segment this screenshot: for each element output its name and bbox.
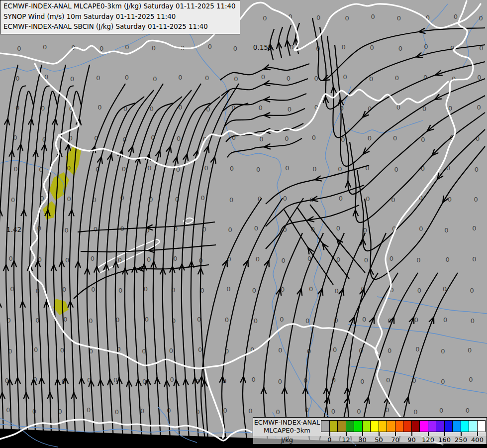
station-value: 0 [64, 226, 68, 234]
legend-color-swatch [321, 420, 330, 432]
station-value: 0 [468, 346, 472, 354]
station-value: 0 [147, 164, 151, 172]
station-value: 0 [204, 164, 208, 172]
legend-color-swatch [452, 420, 461, 432]
wind-arrowhead [436, 75, 442, 75]
station-value: 0 [393, 134, 397, 142]
station-value: 0 [96, 74, 100, 82]
station-value: 0 [254, 224, 258, 232]
legend-color-swatch [370, 420, 379, 432]
station-value: 0 [417, 287, 421, 294]
legend-tick-mark [329, 432, 330, 436]
station-value: 0 [230, 165, 234, 172]
station-value: 0 [65, 256, 69, 264]
station-value: 0 [43, 43, 47, 51]
station-value: 0 [125, 74, 129, 81]
station-value: 0 [357, 408, 361, 415]
station-value: 0 [338, 165, 342, 173]
legend-color-swatch [411, 420, 420, 432]
legend-tick-mark [428, 432, 429, 436]
wind-arrowhead [133, 146, 133, 153]
legend-tick-label: 12 [342, 436, 350, 444]
station-value: 0 [360, 378, 364, 385]
station-value: 0 [397, 14, 401, 22]
station-value: 0 [312, 165, 316, 173]
station-value: 0 [469, 376, 473, 383]
station-value: 0 [144, 285, 148, 293]
legend-tick-mark [444, 432, 445, 436]
legend-box: ECMWF-INDEX-ANAL MLCAPE0-3km J/kg 012305… [253, 417, 487, 445]
station-value: 0 [345, 14, 349, 22]
station-value: 0 [254, 317, 258, 325]
station-value: 0 [198, 346, 202, 353]
station-value: 0 [288, 106, 292, 113]
title-line-synop-wind: SYNOP Wind (m/s) 10m Saturday 01-11-2025… [3, 12, 237, 22]
station-value: 0 [63, 316, 67, 323]
station-value: 0 [229, 196, 233, 204]
station-value: 0 [331, 408, 335, 415]
station-value: 0 [395, 74, 399, 82]
station-value: 0 [441, 347, 445, 355]
legend-unit: J/kg [253, 436, 321, 444]
legend-upper-area: ECMWF-INDEX-ANAL MLCAPE0-3km [253, 418, 487, 436]
station-value: 0 [99, 45, 103, 52]
station-value: 0 [362, 316, 366, 323]
station-value: 0 [445, 256, 449, 263]
wind-arrowhead [208, 146, 209, 153]
station-value: 0 [261, 73, 265, 81]
station-value: 0 [386, 376, 390, 384]
station-value: 0 [475, 166, 479, 173]
station-value: 0 [248, 407, 252, 415]
station-value: 0 [276, 408, 280, 416]
station-value: 0 [421, 136, 425, 143]
station-value: 0 [153, 75, 157, 83]
legend-color-swatch [469, 420, 478, 432]
station-value: 0 [169, 347, 173, 354]
station-value: 0 [34, 346, 38, 353]
station-value: 0 [370, 44, 374, 51]
station-value: 0 [398, 45, 402, 52]
legend-titles: ECMWF-INDEX-ANAL MLCAPE0-3km [253, 419, 321, 435]
legend-color-swatch [387, 420, 395, 432]
wind-arrowhead [435, 99, 441, 100]
station-value: 0 [448, 196, 452, 203]
legend-tick-strip: J/kg 01230507090120160250400 [253, 436, 487, 444]
station-value: 0 [366, 195, 370, 203]
station-value: 0 [371, 13, 375, 20]
legend-tick-label: 70 [391, 436, 399, 444]
legend-color-swatch [362, 420, 371, 432]
station-value: 0 [177, 135, 181, 142]
station-value: 0 [343, 73, 347, 81]
station-value: 0 [388, 347, 391, 354]
station-value: 0 [281, 257, 285, 264]
station-value: 0 [170, 376, 174, 383]
legend-color-swatch [346, 420, 355, 432]
legend-color-swatch [436, 420, 445, 432]
station-value: 0 [259, 135, 263, 143]
station-value: 0 [6, 406, 10, 414]
station-value: 0 [342, 43, 346, 51]
station-value: 0 [145, 316, 149, 323]
station-value: 0 [256, 255, 260, 263]
legend-color-swatch [379, 420, 388, 432]
legend-tick-label: 30 [358, 436, 367, 444]
station-value: 0 [208, 43, 212, 50]
station-value: 0 [62, 286, 66, 293]
station-value: 0 [419, 225, 423, 232]
legend-tick-label: 160 [438, 436, 451, 444]
station-value: 0 [312, 134, 316, 141]
legend-tick-label: 50 [375, 436, 383, 444]
legend-tick-label: 120 [422, 436, 434, 444]
station-value: 0 [470, 287, 474, 294]
station-value: 0 [444, 226, 448, 234]
legend-color-swatch [428, 420, 437, 432]
station-value: 0 [89, 317, 93, 325]
station-value: 0 [443, 316, 447, 324]
station-value: 0 [471, 317, 475, 325]
station-value: 0 [228, 226, 232, 233]
station-value: 0 [314, 75, 318, 82]
station-value: 0 [223, 407, 227, 414]
station-value: 0 [334, 287, 338, 295]
legend-subtitle: MLCAPE0-3km [253, 427, 321, 435]
station-value: 0 [439, 407, 443, 414]
